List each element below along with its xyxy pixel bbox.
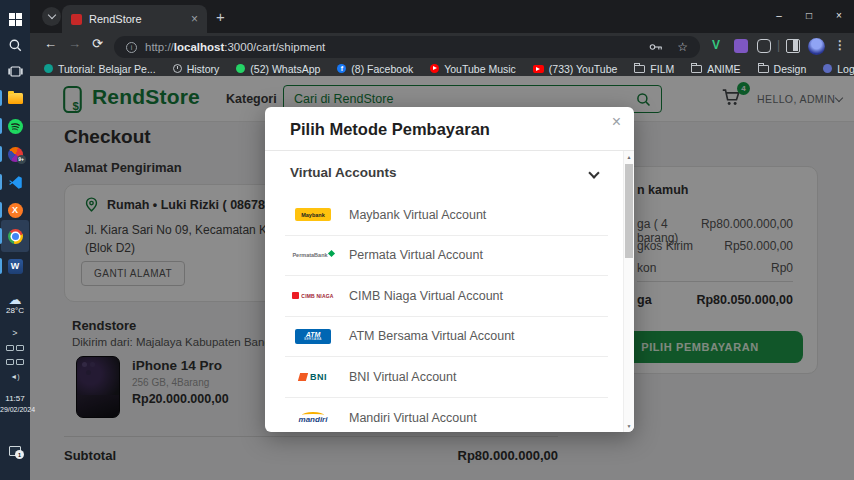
minimize-button[interactable]: – xyxy=(764,10,794,21)
bookmark-folder-anime[interactable]: ANIME xyxy=(691,63,740,75)
payment-method-mandiri[interactable]: mandiri Mandiri Virtual Account xyxy=(285,398,608,433)
address-bar[interactable]: i http://localhost:3000/cart/shipment ☆ xyxy=(114,36,700,58)
payment-method-label: CIMB Niaga Virtual Account xyxy=(349,289,503,303)
profile-avatar[interactable] xyxy=(808,38,825,55)
tab-search-button[interactable] xyxy=(42,7,61,26)
volume-button[interactable]: ◄) xyxy=(0,370,30,382)
start-button[interactable] xyxy=(0,6,30,32)
bookmark-canvas[interactable]: Log In to Canvas xyxy=(823,63,854,75)
word-icon: W xyxy=(8,259,23,274)
cloud-icon: ☁ xyxy=(9,292,22,307)
bookmark-label: YouTube Music xyxy=(444,63,516,75)
bookmark-label: Tutorial: Belajar Pe... xyxy=(58,63,156,75)
reload-button[interactable]: ⟳ xyxy=(92,36,103,51)
atm-bersama-logo-icon: ATMBERSAMA xyxy=(291,329,335,344)
taskbar-chrome[interactable] xyxy=(0,223,30,249)
modal-title: Pilih Metode Pembayaran xyxy=(290,120,490,139)
bookmark-label: (733) YouTube xyxy=(549,63,618,75)
url-path: :3000/cart/shipment xyxy=(224,41,325,53)
taskbar-file-explorer[interactable] xyxy=(0,85,30,111)
taskbar-search-button[interactable] xyxy=(0,32,30,58)
close-window-button[interactable]: × xyxy=(824,10,854,21)
site-info-icon[interactable]: i xyxy=(126,42,137,53)
taskbar-vscode[interactable] xyxy=(0,169,30,195)
tab-close-icon[interactable]: × xyxy=(191,13,198,25)
clock-date[interactable]: 29/02/2024 xyxy=(0,406,30,413)
taskbar-word[interactable]: W xyxy=(0,253,30,279)
payment-method-label: ATM Bersama Virtual Account xyxy=(349,329,515,343)
bookmarks-bar: Tutorial: Belajar Pe... History (52) Wha… xyxy=(30,61,854,76)
weather-temperature: 28°C xyxy=(0,306,30,315)
bookmark-folder-design[interactable]: Design xyxy=(758,63,807,75)
browser-menu-kebab-icon[interactable]: ⋮ xyxy=(834,38,846,52)
modal-scrollbar[interactable]: ▲ ▼ xyxy=(623,151,634,432)
forward-button[interactable]: → xyxy=(68,36,81,51)
url-scheme: http:// xyxy=(145,41,174,53)
payment-method-permata[interactable]: PermataBank Permata Virtual Account xyxy=(285,236,608,277)
modal-close-icon[interactable]: × xyxy=(612,113,621,131)
clock-time[interactable]: 11:57 xyxy=(0,394,30,403)
mandiri-logo-icon: mandiri xyxy=(291,412,335,424)
scrollbar-thumb[interactable] xyxy=(625,164,633,258)
notification-center-button[interactable]: 1 xyxy=(0,438,30,464)
bookmark-folder-film[interactable]: FILM xyxy=(634,63,674,75)
chrome-icon xyxy=(8,229,23,244)
section-chevron-down-icon[interactable] xyxy=(588,167,599,178)
new-tab-button[interactable]: + xyxy=(216,8,225,25)
bookmark-star-icon[interactable]: ☆ xyxy=(677,40,688,54)
payment-method-bni[interactable]: BNI BNI Virtual Account xyxy=(285,357,608,398)
bookmark-label: (8) Facebook xyxy=(351,63,413,75)
taskbar-media-app[interactable]: 9+ xyxy=(0,141,30,167)
chevron-down-icon xyxy=(47,11,55,19)
browser-tab[interactable]: RendStore × xyxy=(62,5,207,33)
bookmark-youtube[interactable]: (733) YouTube xyxy=(533,63,618,75)
tray-device-icon xyxy=(6,345,14,351)
bookmark-tutorial[interactable]: Tutorial: Belajar Pe... xyxy=(44,63,156,75)
payment-method-label: Permata Virtual Account xyxy=(349,248,483,262)
back-button[interactable]: ← xyxy=(44,36,57,51)
maximize-button[interactable]: □ xyxy=(794,10,824,21)
purple-extension-icon[interactable] xyxy=(734,39,748,53)
canvas-icon xyxy=(823,64,832,73)
screen: 9+ X W ☁ 28°C > ◄) 11:57 29/02/2024 1 – … xyxy=(0,0,854,480)
cimb-logo-icon: CIMB NIAGA xyxy=(291,292,335,299)
payment-method-maybank[interactable]: Maybank Maybank Virtual Account xyxy=(285,195,608,236)
bookmark-facebook[interactable]: f(8) Facebook xyxy=(337,63,413,75)
tab-title: RendStore xyxy=(89,13,184,25)
payment-method-label: Maybank Virtual Account xyxy=(349,208,486,222)
taskbar-spotify[interactable] xyxy=(0,113,30,139)
vscode-icon xyxy=(8,175,23,190)
virtual-accounts-section[interactable]: Virtual Accounts xyxy=(290,165,397,180)
bookmark-youtube-music[interactable]: YouTube Music xyxy=(430,63,516,75)
tray-expand-chevron[interactable]: > xyxy=(0,328,30,338)
whatsapp-icon xyxy=(236,64,245,73)
scroll-up-arrow-icon[interactable]: ▲ xyxy=(624,154,634,160)
bookmark-history[interactable]: History xyxy=(173,63,220,75)
payment-method-label: Mandiri Virtual Account xyxy=(349,411,477,425)
youtube-music-icon xyxy=(430,64,439,73)
folder-icon xyxy=(758,65,769,73)
tray-icons-row1[interactable] xyxy=(0,342,30,354)
notification-icon: 1 xyxy=(9,446,21,456)
payment-method-label: BNI Virtual Account xyxy=(349,370,456,384)
scroll-down-arrow-icon[interactable]: ▼ xyxy=(624,423,634,429)
media-app-icon: 9+ xyxy=(8,147,23,162)
history-clock-icon xyxy=(173,64,182,73)
permata-logo-icon: PermataBank xyxy=(291,252,335,258)
bookmark-whatsapp[interactable]: (52) WhatsApp xyxy=(236,63,320,75)
xampp-icon: X xyxy=(8,203,23,218)
payment-method-atm-bersama[interactable]: ATMBERSAMA ATM Bersama Virtual Account xyxy=(285,317,608,358)
password-key-icon[interactable] xyxy=(649,42,663,52)
vue-devtools-extension-icon[interactable]: V xyxy=(712,38,720,52)
folder-icon xyxy=(634,65,645,73)
tray-icons-row2[interactable] xyxy=(0,356,30,368)
address-bar-actions: ☆ xyxy=(649,40,688,54)
maybank-logo-icon: Maybank xyxy=(291,208,335,221)
task-view-button[interactable] xyxy=(0,58,30,84)
bookmark-label: (52) WhatsApp xyxy=(250,63,320,75)
bookmark-label: ANIME xyxy=(707,63,740,75)
url-text: http://localhost:3000/cart/shipment xyxy=(145,41,325,53)
cookie-extension-icon[interactable] xyxy=(757,39,771,53)
payment-method-cimb[interactable]: CIMB NIAGA CIMB Niaga Virtual Account xyxy=(285,276,608,317)
split-screen-icon[interactable] xyxy=(786,39,800,53)
